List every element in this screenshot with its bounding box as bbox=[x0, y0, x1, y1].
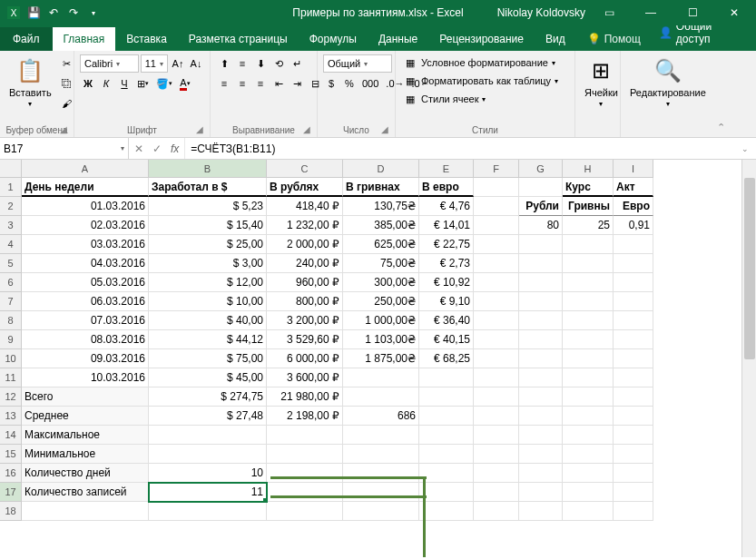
cell-E7[interactable]: € 9,10 bbox=[419, 292, 474, 311]
cell-I14[interactable] bbox=[614, 426, 653, 445]
cells-button[interactable]: ⊞Ячейки▾ bbox=[581, 54, 622, 110]
cell-D3[interactable]: 385,00₴ bbox=[343, 216, 419, 235]
cell-H8[interactable] bbox=[563, 311, 614, 330]
cell-G4[interactable] bbox=[519, 235, 563, 254]
comma-icon[interactable]: 000 bbox=[359, 74, 381, 93]
dialog-launcher-icon[interactable]: ◢ bbox=[59, 124, 68, 133]
cell-F4[interactable] bbox=[474, 235, 519, 254]
col-header-B[interactable]: B bbox=[149, 160, 267, 178]
fill-color-icon[interactable]: 🪣▾ bbox=[153, 74, 175, 93]
cell-C15[interactable] bbox=[267, 445, 343, 464]
cell-H9[interactable] bbox=[563, 330, 614, 349]
cell-C8[interactable]: 3 200,00 ₽ bbox=[267, 311, 343, 330]
cell-D11[interactable] bbox=[343, 368, 419, 387]
cell-E10[interactable]: € 68,25 bbox=[419, 349, 474, 368]
row-header-5[interactable]: 5 bbox=[0, 254, 22, 273]
dialog-launcher-icon[interactable]: ◢ bbox=[302, 124, 311, 133]
col-header-I[interactable]: I bbox=[614, 160, 653, 178]
cell-styles-button[interactable]: ▦Стили ячеек▾ bbox=[401, 91, 560, 107]
cell-E4[interactable]: € 22,75 bbox=[419, 235, 474, 254]
cell-B12[interactable]: $ 274,75 bbox=[149, 387, 267, 407]
cell-D6[interactable]: 300,00₴ bbox=[343, 273, 419, 292]
conditional-formatting-button[interactable]: ▦Условное форматирование▾ bbox=[401, 54, 560, 71]
cell-G14[interactable] bbox=[519, 426, 563, 445]
cell-B17[interactable]: 11 bbox=[149, 483, 267, 502]
cell-I12[interactable] bbox=[614, 387, 653, 407]
align-top-icon[interactable]: ⬆ bbox=[216, 54, 232, 73]
cell-B14[interactable] bbox=[149, 426, 267, 445]
cell-A10[interactable]: 09.03.2016 bbox=[22, 349, 149, 368]
border-icon[interactable]: ⊞▾ bbox=[134, 74, 152, 93]
tab-layout[interactable]: Разметка страницы bbox=[178, 27, 299, 51]
row-header-6[interactable]: 6 bbox=[0, 273, 22, 292]
cell-C3[interactable]: 1 232,00 ₽ bbox=[267, 216, 343, 235]
select-all-corner[interactable] bbox=[0, 160, 22, 178]
cell-E15[interactable] bbox=[419, 445, 474, 464]
cell-G9[interactable] bbox=[519, 330, 563, 349]
maximize-icon[interactable]: ☐ bbox=[674, 0, 711, 25]
cell-A3[interactable]: 02.03.2016 bbox=[22, 216, 149, 235]
formula-input[interactable]: =СЧЁТЗ(B1:B11) bbox=[185, 142, 734, 155]
cell-A5[interactable]: 04.03.2016 bbox=[22, 254, 149, 273]
undo-icon[interactable]: ↶ bbox=[45, 5, 62, 21]
row-header-8[interactable]: 8 bbox=[0, 311, 22, 330]
cell-E5[interactable]: € 2,73 bbox=[419, 254, 474, 273]
increase-indent-icon[interactable]: ⇥ bbox=[289, 74, 305, 93]
cell-E9[interactable]: € 40,15 bbox=[419, 330, 474, 349]
paste-button[interactable]: 📋 Вставить ▾ bbox=[5, 54, 55, 110]
cell-C18[interactable] bbox=[267, 502, 343, 521]
cell-C17[interactable] bbox=[267, 483, 343, 502]
cell-G15[interactable] bbox=[519, 445, 563, 464]
tab-home[interactable]: Главная bbox=[53, 27, 116, 51]
name-box-dropdown-icon[interactable]: ▾ bbox=[121, 144, 124, 152]
col-header-C[interactable]: C bbox=[267, 160, 343, 178]
row-header-9[interactable]: 9 bbox=[0, 330, 22, 349]
cell-G8[interactable] bbox=[519, 311, 563, 330]
cell-G13[interactable] bbox=[519, 407, 563, 426]
cell-E13[interactable] bbox=[419, 407, 474, 426]
cell-H6[interactable] bbox=[563, 273, 614, 292]
cell-D18[interactable] bbox=[343, 502, 419, 521]
cell-B15[interactable] bbox=[149, 445, 267, 464]
row-header-10[interactable]: 10 bbox=[0, 349, 22, 368]
copy-icon[interactable]: ⿻ bbox=[59, 74, 75, 93]
cell-E14[interactable] bbox=[419, 426, 474, 445]
number-format-dropdown[interactable]: Общий▾ bbox=[323, 54, 392, 73]
cell-E8[interactable]: € 36,40 bbox=[419, 311, 474, 330]
italic-icon[interactable]: К bbox=[98, 74, 114, 93]
cell-I4[interactable] bbox=[614, 235, 653, 254]
cell-F7[interactable] bbox=[474, 292, 519, 311]
tab-formulas[interactable]: Формулы bbox=[299, 27, 368, 51]
cell-B9[interactable]: $ 44,12 bbox=[149, 330, 267, 349]
cell-B7[interactable]: $ 10,00 bbox=[149, 292, 267, 311]
cell-A13[interactable]: Среднее bbox=[22, 407, 149, 426]
editing-button[interactable]: 🔍Редактирование▾ bbox=[626, 54, 710, 110]
cell-A12[interactable]: Всего bbox=[22, 387, 149, 407]
cell-G10[interactable] bbox=[519, 349, 563, 368]
cell-G7[interactable] bbox=[519, 292, 563, 311]
cell-B6[interactable]: $ 12,00 bbox=[149, 273, 267, 292]
cell-H14[interactable] bbox=[563, 426, 614, 445]
cell-F8[interactable] bbox=[474, 311, 519, 330]
col-header-A[interactable]: A bbox=[22, 160, 149, 178]
cell-H3[interactable]: 25 bbox=[563, 216, 614, 235]
col-header-G[interactable]: G bbox=[519, 160, 563, 178]
cell-A16[interactable]: Количество дней bbox=[22, 464, 149, 483]
cell-F2[interactable] bbox=[474, 197, 519, 216]
tab-insert[interactable]: Вставка bbox=[115, 27, 178, 51]
cell-C16[interactable] bbox=[267, 464, 343, 483]
save-icon[interactable]: 💾 bbox=[25, 5, 42, 21]
cell-D8[interactable]: 1 000,00₴ bbox=[343, 311, 419, 330]
col-header-H[interactable]: H bbox=[563, 160, 614, 178]
cell-H13[interactable] bbox=[563, 407, 614, 426]
cell-B13[interactable]: $ 27,48 bbox=[149, 407, 267, 426]
align-center-icon[interactable]: ≡ bbox=[234, 74, 250, 93]
cell-A6[interactable]: 05.03.2016 bbox=[22, 273, 149, 292]
tab-view[interactable]: Вид bbox=[535, 27, 576, 51]
close-icon[interactable]: ✕ bbox=[716, 0, 752, 25]
increase-font-icon[interactable]: A↑ bbox=[170, 54, 186, 73]
cell-H5[interactable] bbox=[563, 254, 614, 273]
name-box[interactable]: ▾ bbox=[0, 138, 129, 159]
cell-D5[interactable]: 75,00₴ bbox=[343, 254, 419, 273]
cell-D16[interactable] bbox=[343, 464, 419, 483]
